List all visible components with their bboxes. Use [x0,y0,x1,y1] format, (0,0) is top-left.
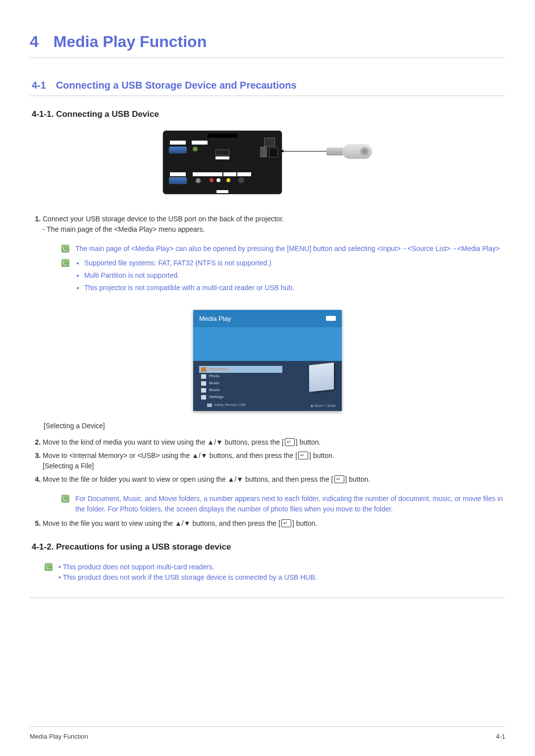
step-1: Connect your USB storage device to the U… [43,214,505,235]
enter-icon [285,438,295,446]
mediaplay-item-settings: Settings [199,394,273,401]
mediaplay-item-photo: Photo [199,373,273,380]
note-open-menu: The main page of <Media Play> can also b… [61,244,505,254]
note-folder-count-text: For Document, Music, and Movie folders, … [75,494,505,514]
movie-icon [201,388,206,393]
note-icon [45,563,53,571]
precaution-2: This product does not work if the USB st… [58,572,505,583]
mediaplay-menu: Document Photo Music Movie Settings [199,366,273,401]
note-precautions: This product does not support multi-card… [45,562,505,583]
projector-rear-panel [163,131,282,194]
page-footer: Media Play Function 4-1 [30,726,505,742]
caption-select-device: [Selecting a Device] [44,421,505,431]
footer-right: 4-1 [496,732,505,742]
music-icon [201,381,206,386]
usb-port-icon [215,150,229,155]
step-list-2: Move to the kind of media you want to vi… [30,437,505,485]
mediaplay-footer-hint: ◆ Move ⏎ Enter [311,403,336,409]
caption-select-file: [Selecting a File] [43,462,94,470]
mediaplay-title: Media Play [199,314,231,324]
eject-icon [207,403,212,407]
note-icon [61,259,69,267]
subsection-4-1-1-title: 4-1-1. Connecting a USB Device [32,108,505,121]
note-open-menu-text: The main page of <Media Play> can also b… [75,244,505,254]
media-play-screenshot: Media Play Document Photo Music Movie Se… [193,310,342,411]
note-fs-1: Supported file systems: FAT, FAT32 (NTFS… [84,258,505,268]
chapter-number: 4 [30,30,39,53]
step-1-sub: The main page of the <Media Play> menu a… [43,225,205,233]
note-icon [61,495,69,503]
mediaplay-thumbnail [309,362,334,392]
settings-icon [201,395,206,400]
section-number: 4-1 [32,78,46,93]
projector-rear-figure [30,131,505,194]
photo-icon [201,374,206,379]
note-fs-3: This projector is not compatible with a … [84,283,505,293]
note-fs-2: Multi Partition is not supported. [84,270,505,281]
document-icon [201,367,206,372]
step-3: Move to <Internal Memory> or <USB> using… [43,451,505,471]
mediaplay-item-movie: Movie [199,387,273,394]
usb-badge-icon [326,316,336,321]
step-list-5: Move to the file you want to view using … [30,518,505,529]
enter-icon [334,475,344,483]
precaution-list: This product does not support multi-card… [58,562,505,583]
section-title: Connecting a USB Storage Device and Prec… [56,78,297,93]
precaution-1: This product does not support multi-card… [58,562,505,572]
mediaplay-item-music: Music [199,380,273,387]
step-2: Move to the kind of media you want to vi… [43,437,505,448]
note-folder-count: For Document, Music, and Movie folders, … [61,494,505,514]
mediaplay-header: Media Play [193,310,342,328]
section-heading: 4-1 Connecting a USB Storage Device and … [30,78,505,96]
mediaplay-item-document: Document [199,366,282,373]
footer-left: Media Play Function [30,732,88,742]
step-1-text: Connect your USB storage device to the U… [43,215,284,223]
step-4: Move to the file or folder you want to v… [43,474,505,485]
usb-drive-icon [326,144,372,159]
note-icon [61,245,69,252]
chapter-heading: 4 Media Play Function [30,30,505,58]
subsection-4-1-2-title: 4-1-2. Precautions for using a USB stora… [32,541,505,554]
step-5: Move to the file you want to view using … [43,518,505,529]
chapter-title: Media Play Function [54,30,207,53]
enter-icon [281,519,291,527]
step-list-1: Connect your USB storage device to the U… [30,214,505,235]
enter-icon [298,452,308,459]
note-filesystems: Supported file systems: FAT, FAT32 (NTFS… [61,258,505,295]
precaution-separator [30,598,505,598]
note-fs-list: Supported file systems: FAT, FAT32 (NTFS… [75,258,505,293]
arrow-left-icon [282,151,326,151]
